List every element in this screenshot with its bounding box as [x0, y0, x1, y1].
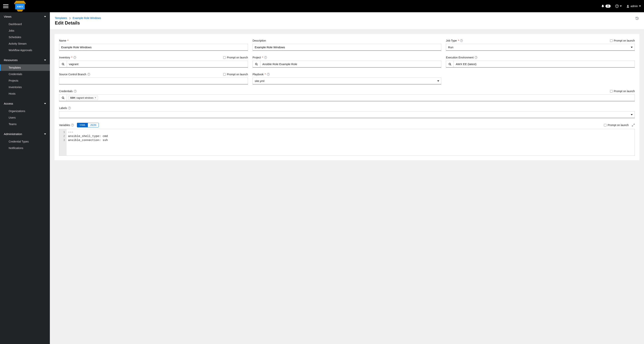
activity-history-button[interactable]	[635, 16, 639, 20]
help-icon[interactable]: ?	[475, 56, 477, 59]
job-type-select[interactable]: Run	[446, 44, 635, 51]
help-button[interactable]: ?	[615, 4, 622, 8]
name-label: Name	[59, 39, 66, 42]
nav-section-access[interactable]: Access	[0, 99, 50, 108]
nav-organizations[interactable]: Organizations	[0, 108, 50, 114]
svg-point-10	[449, 63, 450, 65]
nav-templates[interactable]: Templates	[0, 64, 50, 71]
credentials-label: Credentials	[59, 90, 73, 93]
nav-hosts[interactable]: Hosts	[0, 90, 50, 97]
help-icon[interactable]: ?	[71, 124, 74, 126]
nav-credential-types[interactable]: Credential Types	[0, 138, 50, 145]
nav-inventories[interactable]: Inventories	[0, 84, 50, 90]
logo[interactable]: AWX	[12, 1, 28, 11]
help-icon[interactable]: ?	[460, 39, 463, 42]
format-toggle: YAML JSON	[77, 123, 99, 127]
credentials-lookup[interactable]: SSH: vagrant windows ✕	[59, 94, 635, 101]
caret-down-icon	[437, 80, 439, 82]
help-icon[interactable]: ?	[267, 73, 270, 76]
chip-remove-icon[interactable]: ✕	[94, 97, 96, 99]
nav-section-administration[interactable]: Administration	[0, 130, 50, 138]
playbook-label: Playbook	[252, 73, 264, 76]
user-label: admin	[630, 4, 638, 8]
user-menu[interactable]: admin	[626, 4, 641, 8]
svg-point-5	[627, 5, 628, 6]
json-toggle[interactable]: JSON	[88, 123, 98, 127]
nav-section-label: Administration	[4, 132, 22, 136]
expand-icon[interactable]	[632, 124, 635, 127]
labels-select[interactable]	[59, 111, 635, 118]
nav-section-views[interactable]: Views	[0, 12, 50, 21]
name-input[interactable]	[59, 44, 248, 51]
nav-jobs[interactable]: Jobs	[0, 27, 50, 34]
playbook-select[interactable]: site.yml	[252, 78, 442, 84]
variables-editor[interactable]: 123 ---ansible_shell_type: cmdansible_co…	[59, 129, 635, 156]
chevron-right-icon: ❯	[69, 17, 71, 19]
line-numbers: 123	[59, 129, 66, 156]
playbook-value: site.yml	[255, 79, 264, 83]
help-icon[interactable]: ?	[74, 56, 76, 59]
nav-dashboard[interactable]: Dashboard	[0, 21, 50, 27]
menu-toggle[interactable]	[3, 3, 8, 9]
nav-section-label: Resources	[4, 58, 18, 62]
exec-env-lookup[interactable]: AWX EE (latest)	[446, 61, 635, 68]
project-lookup[interactable]: Ansible Role Example Role	[252, 61, 442, 68]
nav-projects[interactable]: Projects	[0, 77, 50, 84]
svg-text:?: ?	[616, 5, 618, 7]
credentials-prompt[interactable]: Prompt on launch	[610, 90, 635, 93]
scb-input[interactable]	[59, 78, 248, 84]
nav-activity-stream[interactable]: Activity Stream	[0, 40, 50, 47]
user-icon	[626, 4, 630, 8]
job-type-value: Run	[448, 46, 453, 49]
exec-env-label: Execution Environment	[446, 56, 474, 59]
inventory-prompt[interactable]: Prompt on launch	[223, 56, 248, 59]
search-icon[interactable]	[253, 61, 260, 67]
description-input[interactable]	[252, 44, 442, 51]
search-icon[interactable]	[59, 95, 67, 101]
svg-point-12	[62, 97, 64, 98]
help-icon: ?	[615, 4, 619, 8]
code-content[interactable]: ---ansible_shell_type: cmdansible_connec…	[66, 129, 634, 156]
help-icon[interactable]: ?	[68, 107, 71, 109]
chevron-down-icon	[44, 103, 46, 104]
svg-line-13	[64, 98, 64, 99]
nav-notifications[interactable]: Notifications	[0, 145, 50, 151]
caret-down-icon	[631, 47, 633, 48]
nav-section-label: Access	[4, 102, 13, 105]
notifications-button[interactable]: 0	[601, 4, 611, 8]
nav-section-resources[interactable]: Resources	[0, 56, 50, 64]
breadcrumb-root[interactable]: Templates	[55, 16, 67, 19]
scb-label: Source Control Branch	[59, 73, 86, 76]
project-value: Ansible Role Example Role	[260, 62, 441, 66]
chevron-down-icon	[44, 134, 46, 135]
help-icon[interactable]: ?	[74, 90, 76, 93]
svg-point-8	[256, 63, 257, 65]
nav-workflow-approvals[interactable]: Workflow Approvals	[0, 47, 50, 53]
help-icon[interactable]: ?	[264, 56, 267, 59]
chevron-down-icon	[44, 60, 46, 61]
caret-down-icon	[620, 5, 622, 7]
breadcrumb: Templates ❯ Example Role Windows	[55, 16, 101, 19]
help-icon[interactable]: ?	[88, 73, 90, 76]
inventory-lookup[interactable]: vagrant	[59, 61, 248, 68]
nav-users[interactable]: Users	[0, 114, 50, 121]
exec-env-value: AWX EE (latest)	[454, 62, 634, 66]
search-icon[interactable]	[446, 61, 454, 67]
nav-section-label: Views	[4, 15, 12, 18]
project-label: Project	[252, 56, 261, 59]
svg-line-9	[257, 65, 258, 65]
variables-prompt[interactable]: Prompt on launch	[604, 124, 629, 127]
scb-prompt[interactable]: Prompt on launch	[223, 73, 248, 76]
nav-teams[interactable]: Teams	[0, 121, 50, 127]
nav-credentials[interactable]: Credentials	[0, 71, 50, 77]
description-label: Description	[252, 39, 266, 42]
nav-schedules[interactable]: Schedules	[0, 34, 50, 40]
search-icon[interactable]	[59, 61, 67, 67]
caret-down-icon	[631, 114, 633, 115]
job-type-prompt[interactable]: Prompt on launch	[610, 39, 635, 42]
yaml-toggle[interactable]: YAML	[77, 123, 88, 127]
page-title: Edit Details	[55, 20, 101, 26]
inventory-label: Inventory	[59, 56, 70, 59]
svg-point-6	[62, 63, 64, 65]
breadcrumb-current[interactable]: Example Role Windows	[73, 16, 101, 19]
